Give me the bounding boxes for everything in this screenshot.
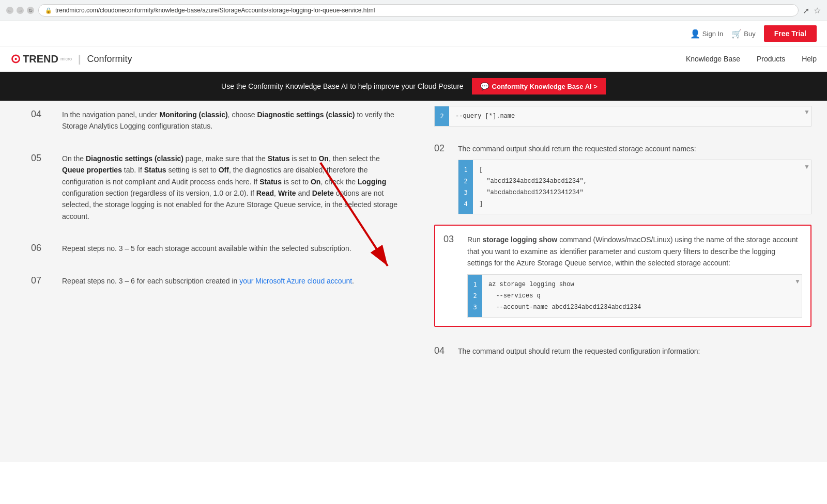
step-06-content: Repeat steps no. 3 – 5 for each storage … (62, 243, 351, 254)
logo-divider: | (78, 53, 81, 65)
cart-icon: 🛒 (731, 29, 742, 39)
left-column: 04 In the navigation panel, under Monito… (0, 101, 424, 462)
code-block-02: 1 2 3 4 [ "abcd1234abcd1234abcd1234", "a… (458, 160, 811, 214)
trend-logo-icon: ⊙ (10, 52, 21, 66)
code-02-content: [ "abcd1234abcd1234abcd1234", "abcdabcda… (473, 160, 803, 214)
code-02-line-4: ] (479, 198, 797, 210)
line-num-03-1: 1 (470, 279, 480, 290)
nav-links: Knowledge Base Products Help (686, 55, 817, 63)
step-02-content: The command output should return the req… (458, 143, 811, 214)
banner-text: Use the Conformity Knowledge Base AI to … (221, 82, 463, 90)
line-num-02-3: 3 (461, 187, 470, 198)
nav-products[interactable]: Products (757, 55, 785, 63)
refresh-button[interactable]: ↻ (27, 7, 34, 14)
step-04r-num: 04 (434, 345, 450, 357)
step-07-content: Repeat steps no. 3 – 6 for each subscrip… (62, 275, 354, 287)
step-04-content: In the navigation panel, under Monitorin… (62, 109, 403, 132)
step-06-num: 06 (31, 243, 52, 254)
share-button[interactable]: ➚ (803, 6, 809, 15)
line-num-02-4: 4 (461, 198, 470, 210)
top-bar: 👤 Sign In 🛒 Buy Free Trial (0, 21, 827, 46)
user-icon: 👤 (690, 29, 700, 39)
step-04-card: 04 The command output should return the … (434, 337, 811, 357)
banner-cta-label: Conformity Knowledge Base AI > (492, 83, 598, 90)
line-nums-03: 1 2 3 (468, 275, 482, 317)
page-content: 04 In the navigation panel, under Monito… (0, 101, 827, 462)
line-num-03-3: 3 (470, 302, 480, 313)
code-pre-lines: 2 --query [*].name ▼ (435, 106, 811, 126)
step-03-content: Run storage logging show command (Window… (467, 234, 802, 317)
banner-cta-button[interactable]: 💬 Conformity Knowledge Base AI > (472, 78, 606, 94)
scrollbar-indicator: ▼ (804, 108, 810, 116)
buy-label: Buy (744, 30, 755, 38)
code-03-line-3: --account-name abcd1234abcd1234abcd1234 (488, 302, 787, 313)
line-num-2: 2 (437, 111, 447, 122)
line-nums-02: 1 2 3 4 (458, 160, 473, 214)
step-04-num: 04 (31, 109, 52, 132)
forward-button[interactable]: → (17, 7, 24, 14)
code-03-line-1: az storage logging show (488, 279, 787, 290)
browser-controls: ← → ↻ (6, 7, 34, 14)
brand-trend: TREND (23, 53, 58, 65)
buy-link[interactable]: 🛒 Buy (731, 29, 755, 39)
brand-micro: micro (60, 56, 72, 61)
step-02-text: The command output should return the req… (458, 143, 811, 154)
free-trial-button[interactable]: Free Trial (764, 25, 817, 42)
nav-knowledge-base[interactable]: Knowledge Base (686, 55, 740, 63)
code-block-pre: 2 --query [*].name ▼ (434, 106, 811, 127)
browser-chrome: ← → ↻ 🔒 trendmicro.com/cloudoneconformit… (0, 0, 827, 21)
signin-link[interactable]: 👤 Sign In (690, 29, 723, 39)
line-num-02-1: 1 (461, 164, 470, 176)
bookmark-button[interactable]: ☆ (814, 6, 821, 15)
chat-icon: 💬 (480, 82, 489, 90)
step-03-inner: 03 Run storage logging show command (Win… (443, 234, 802, 317)
step-04r-text: The command output should return the req… (458, 345, 811, 357)
step-05-num: 05 (31, 153, 52, 222)
back-button[interactable]: ← (6, 7, 13, 14)
url-text: trendmicro.com/cloudoneconformity/knowle… (55, 7, 375, 14)
lock-icon: 🔒 (45, 7, 52, 14)
code-02-line-2: "abcd1234abcd1234abcd1234", (479, 176, 797, 187)
code-03-lines: 1 2 3 az storage logging show --services… (468, 275, 802, 317)
nav-bar: ⊙ TREND micro | Conformity Knowledge Bas… (0, 46, 827, 72)
step-06: 06 Repeat steps no. 3 – 5 for each stora… (31, 234, 403, 254)
banner: Use the Conformity Knowledge Base AI to … (0, 72, 827, 101)
line-num-03-2: 2 (470, 290, 480, 302)
code-02-lines: 1 2 3 4 [ "abcd1234abcd1234abcd1234", "a… (458, 160, 811, 214)
step-02-num: 02 (434, 143, 450, 214)
step-05: 05 On the Diagnostic settings (classic) … (31, 145, 403, 222)
code-pre-content: --query [*].name (449, 106, 803, 126)
code-02-line-3: "abcdabcdabcd123412341234" (479, 187, 797, 198)
line-num-02-2: 2 (461, 176, 470, 187)
code-02-line-1: [ (479, 164, 797, 176)
code-block-03: 1 2 3 az storage logging show --services… (467, 274, 802, 318)
right-column: 2 --query [*].name ▼ 02 The command outp… (424, 101, 827, 462)
step-05-content: On the Diagnostic settings (classic) pag… (62, 153, 403, 222)
brand-conformity: Conformity (87, 54, 132, 65)
signin-label: Sign In (702, 30, 723, 38)
step-07-num: 07 (31, 275, 52, 287)
line-nums-pre: 2 (435, 106, 449, 126)
azure-link[interactable]: your Microsoft Azure cloud account (239, 277, 352, 285)
step-03-card-highlighted: 03 Run storage logging show command (Win… (434, 225, 811, 326)
code-03-line-2: --services q (488, 290, 787, 302)
scrollbar-03: ▼ (794, 277, 801, 287)
browser-actions: ➚ ☆ (803, 6, 821, 15)
logo: ⊙ TREND micro | Conformity (10, 52, 132, 66)
scrollbar-02: ▼ (804, 162, 810, 172)
code-pre-block: 2 --query [*].name ▼ (434, 106, 811, 127)
code-03-content: az storage logging show --services q --a… (482, 275, 793, 317)
step-03-num: 03 (443, 234, 459, 317)
code-pre-line: --query [*].name (455, 111, 797, 122)
nav-help[interactable]: Help (802, 55, 817, 63)
step-04r-content: The command output should return the req… (458, 345, 811, 357)
step-02-card: 02 The command output should return the … (434, 135, 811, 214)
step-03-text: Run storage logging show command (Window… (467, 234, 802, 269)
step-04: 04 In the navigation panel, under Monito… (31, 101, 403, 132)
address-bar[interactable]: 🔒 trendmicro.com/cloudoneconformity/know… (38, 4, 799, 17)
step-07: 07 Repeat steps no. 3 – 6 for each subsc… (31, 267, 403, 287)
